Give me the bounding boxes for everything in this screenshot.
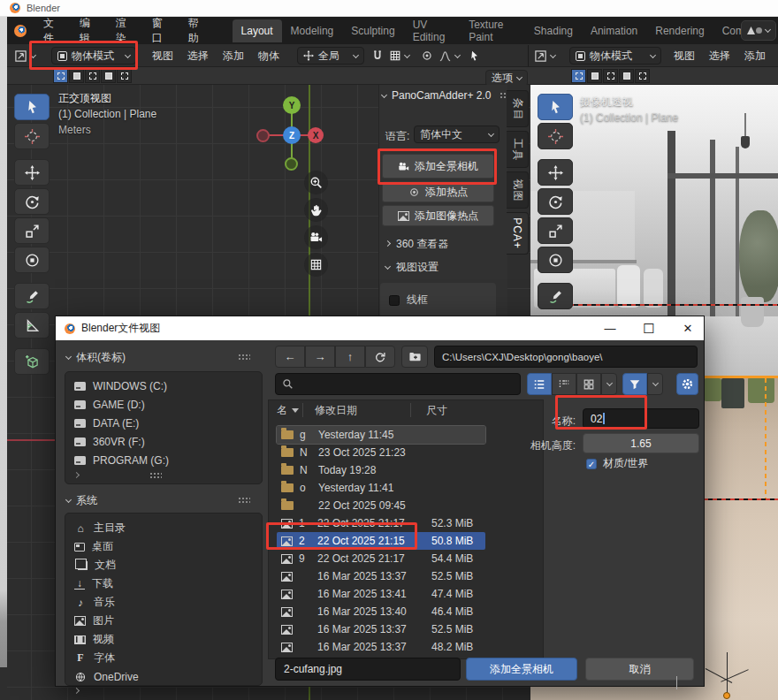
editor-type-button-right[interactable] — [534, 47, 555, 65]
select-box-button[interactable] — [69, 69, 84, 83]
show-gizmo-icon[interactable] — [469, 47, 480, 65]
column-name[interactable]: 名 — [277, 403, 287, 418]
file-row[interactable]: 16 Mar 2025 13:3752.5 MiB — [277, 620, 485, 638]
language-dropdown[interactable]: 简体中文 — [414, 126, 500, 143]
tab-texture-paint[interactable]: Texture Paint — [460, 13, 525, 49]
camera-origin-dot[interactable] — [723, 692, 730, 699]
system-item-desktop[interactable]: 桌面 — [65, 537, 262, 556]
system-item-documents[interactable]: 文档 — [65, 556, 262, 574]
tool-move[interactable] — [538, 159, 573, 186]
system-item-videos[interactable]: 视频 — [65, 630, 262, 649]
ortho-grid-button[interactable] — [304, 253, 328, 277]
proportional-editing-toggle[interactable] — [421, 47, 433, 65]
blender-menu-icon[interactable] — [14, 25, 27, 37]
tab-uv-editing[interactable]: UV Editing — [404, 13, 460, 49]
file-row[interactable]: oYesterday 11:41 — [277, 479, 485, 497]
system-expand[interactable] — [65, 686, 262, 696]
system-item-downloads[interactable]: ↓下载 — [65, 574, 262, 593]
tool-scale[interactable] — [538, 217, 573, 244]
file-row[interactable]: N23 Oct 2025 21:23 — [277, 444, 485, 461]
file-row[interactable]: 16 Mar 2025 13:4147.4 MiB — [277, 585, 485, 603]
file-row[interactable]: 22 Oct 2025 09:45 — [277, 497, 485, 514]
material-world-row[interactable]: ✓ 材质/世界 — [586, 456, 648, 471]
menu-add-right[interactable]: 添加 — [744, 47, 766, 65]
system-item-pictures[interactable]: 图片 — [65, 612, 262, 630]
tab-item[interactable]: 条目 — [507, 90, 529, 127]
tool-annotate[interactable] — [538, 283, 573, 309]
system-item-fonts[interactable]: F字体 — [65, 649, 262, 667]
thumbnail-button[interactable] — [576, 373, 601, 395]
section-view-settings[interactable]: 视图设置 — [385, 260, 439, 275]
wireframe-row[interactable]: 线框 — [389, 293, 428, 308]
forward-button[interactable]: → — [305, 346, 335, 368]
tab-rendering[interactable]: Rendering — [646, 19, 713, 42]
volumes-section-header[interactable]: 体积(卷标) — [66, 350, 126, 365]
column-date[interactable]: 修改日期 — [315, 403, 357, 418]
file-row[interactable]: 16 Mar 2025 13:4046.4 MiB — [277, 603, 485, 620]
volume-item[interactable]: GAME (D:) — [65, 395, 262, 414]
refresh-button[interactable] — [365, 346, 395, 368]
add-image-hotspot-button[interactable]: 添加图像热点 — [382, 205, 494, 226]
close-button[interactable]: ✕ — [668, 316, 707, 340]
tool-select-box[interactable] — [538, 94, 573, 120]
tool-move[interactable] — [14, 159, 50, 186]
tool-cursor[interactable] — [14, 123, 50, 149]
file-row[interactable]: 16 Mar 2025 13:3752.5 MiB — [277, 567, 485, 585]
camera-view-button[interactable] — [304, 225, 328, 249]
tab-shading[interactable]: Shading — [525, 19, 582, 42]
confirm-add-pano-camera-button[interactable]: 添加全景相机 — [466, 658, 577, 681]
select-tweak-button[interactable] — [571, 69, 586, 83]
tool-rotate[interactable] — [14, 188, 50, 215]
menu-add-left[interactable]: 添加 — [223, 47, 244, 65]
snap-target-dropdown[interactable] — [389, 47, 409, 65]
file-row[interactable]: NToday 19:28 — [277, 461, 485, 479]
file-row[interactable]: gYesterday 11:45 — [277, 426, 485, 444]
gizmo-x-ball[interactable]: X — [308, 127, 324, 143]
tool-annotate[interactable] — [14, 283, 50, 309]
tab-tool[interactable]: 工具 — [507, 131, 529, 168]
select-tweak-button[interactable] — [53, 69, 68, 83]
tool-transform[interactable] — [538, 247, 573, 273]
volume-item[interactable]: PROGRAM (G:) — [65, 451, 262, 469]
tab-sculpting[interactable]: Sculpting — [342, 19, 403, 42]
tab-layout[interactable]: Layout — [233, 19, 282, 42]
tool-rotate[interactable] — [538, 188, 573, 215]
wireframe-checkbox[interactable] — [389, 295, 400, 306]
pan-hand-button[interactable] — [304, 198, 328, 222]
settings-gear-button[interactable] — [676, 373, 698, 395]
volume-item[interactable]: 360VR (F:) — [65, 432, 262, 451]
menu-select-left[interactable]: 选择 — [187, 47, 209, 65]
path-field[interactable]: C:\Users\CXJ\Desktop\gong\baoye\ — [434, 346, 698, 368]
tab-modeling[interactable]: Modeling — [282, 19, 343, 42]
system-item-home[interactable]: ⌂主目录 — [65, 519, 262, 537]
orientation-dropdown[interactable]: 全局 — [297, 47, 364, 65]
gizmo-minus-x-ball[interactable] — [256, 129, 270, 142]
minimize-button[interactable]: — — [591, 316, 629, 340]
menu-view-right[interactable]: 视图 — [674, 47, 695, 65]
filter-settings-dropdown[interactable] — [647, 373, 663, 395]
scene-selector[interactable] — [741, 20, 776, 41]
tool-add-cube[interactable] — [14, 348, 50, 375]
tool-select-box[interactable] — [14, 94, 50, 120]
maximize-button[interactable]: ☐ — [629, 316, 668, 340]
tab-view[interactable]: 视图 — [507, 171, 529, 209]
section-360-viewer[interactable]: 360 查看器 — [385, 237, 448, 252]
mode-dropdown-right[interactable]: 物体模式 — [569, 47, 661, 65]
tool-transform[interactable] — [14, 247, 50, 273]
panel-header[interactable]: PanoCamAdder+ 2.0 — [382, 89, 512, 102]
zoom-button[interactable] — [304, 171, 328, 194]
gizmo-minus-y-ball[interactable] — [285, 157, 298, 171]
file-row[interactable]: 922 Oct 2025 21:1754.4 MiB — [277, 550, 485, 567]
collapse-chevron-icon[interactable] — [676, 676, 677, 689]
tool-measure[interactable] — [14, 312, 50, 339]
back-button[interactable]: ← — [275, 346, 305, 368]
material-world-checkbox[interactable]: ✓ — [586, 459, 597, 469]
menu-object-left[interactable]: 物体 — [258, 47, 279, 65]
column-size[interactable]: 尺寸 — [426, 403, 447, 418]
tool-scale[interactable] — [14, 217, 50, 244]
gizmo-z-ball[interactable]: Z — [283, 126, 301, 144]
filter-button[interactable] — [622, 373, 647, 395]
horizontal-list-button[interactable] — [552, 373, 576, 395]
select-lasso-button[interactable] — [619, 69, 634, 83]
system-section-header[interactable]: 系统 — [66, 493, 97, 508]
